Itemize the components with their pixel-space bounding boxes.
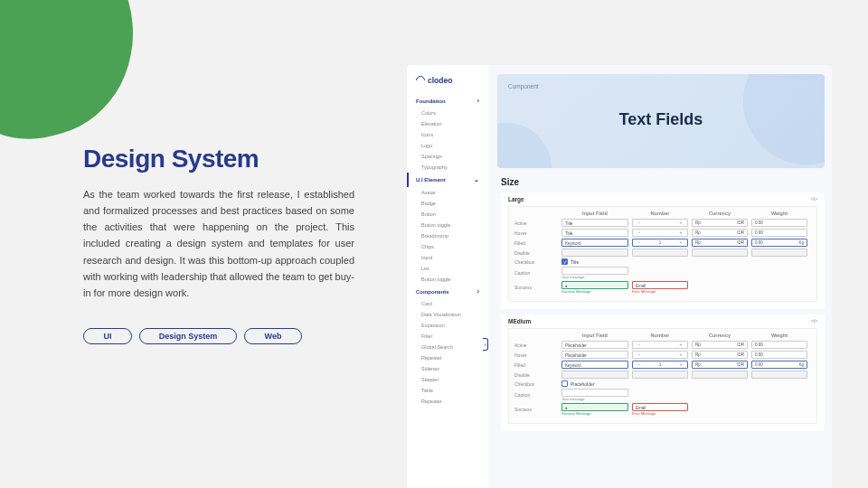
currency-field[interactable]: RpIDR xyxy=(692,361,748,369)
nav-item-typography[interactable]: Typography xyxy=(407,162,488,173)
nav-item-chips[interactable]: Chips xyxy=(407,241,488,252)
nav-item-card[interactable]: Card xyxy=(407,298,488,309)
state-label: Checkbox xyxy=(514,259,558,265)
input-field-error[interactable]: Email xyxy=(632,403,688,411)
input-field[interactable]: Keyword xyxy=(561,239,628,247)
weight-field xyxy=(751,371,807,379)
number-field[interactable]: −+ xyxy=(632,229,688,237)
state-label: Success xyxy=(514,285,558,290)
input-field[interactable]: Keyword xyxy=(561,361,628,369)
row-caption: Caption Your message xyxy=(514,389,811,401)
currency-field[interactable]: RpIDR xyxy=(692,219,748,227)
minus-icon[interactable]: − xyxy=(636,220,643,226)
nav-item-elevation[interactable]: Elevation xyxy=(407,118,488,129)
number-field[interactable]: −+ xyxy=(632,351,688,359)
nav-item-table[interactable]: Table xyxy=(407,385,488,396)
row-caption: Caption Your message xyxy=(514,267,811,279)
currency-field[interactable]: RpIDR xyxy=(692,351,748,359)
nav-item-button-toggle-2[interactable]: Button toggle xyxy=(407,274,488,285)
nav-item-stepper[interactable]: Stepper xyxy=(407,374,488,385)
col-input: Input Field xyxy=(561,211,628,216)
row-active: Active Title −+ RpIDR 0.00 xyxy=(514,219,811,227)
nav-label: Foundation xyxy=(416,99,446,104)
checkbox-field[interactable]: Placeholder xyxy=(561,380,628,387)
col-weight: Weight xyxy=(751,211,807,216)
tag-row: UI Design System Web xyxy=(83,328,354,344)
number-field[interactable]: −+ xyxy=(632,341,688,349)
nav-section-components[interactable]: Components › xyxy=(407,285,488,298)
brand-logo[interactable]: clodeo xyxy=(407,70,488,94)
tag-ui[interactable]: UI xyxy=(83,328,132,344)
input-field-success[interactable]: ● xyxy=(561,403,628,411)
page-title: Design System xyxy=(83,145,354,174)
collapse-sidebar-button[interactable]: › xyxy=(483,338,488,351)
input-field[interactable]: Placeholder xyxy=(561,351,628,359)
nav-item-logo[interactable]: Logo xyxy=(407,140,488,151)
nav-item-dataviz[interactable]: Data Visualization xyxy=(407,309,488,320)
number-field[interactable]: −+ xyxy=(632,219,688,227)
col-weight: Weight xyxy=(751,333,807,338)
code-icon[interactable]: </> xyxy=(811,318,817,324)
left-panel: Design System As the team worked towards… xyxy=(83,145,354,344)
grid-header: Input Field Number Currency Weight xyxy=(514,211,811,216)
nav-item-expansion[interactable]: Expansion xyxy=(407,320,488,331)
number-field[interactable]: −1+ xyxy=(632,361,688,369)
tag-web[interactable]: Web xyxy=(244,328,302,344)
tag-design-system[interactable]: Design System xyxy=(139,328,237,344)
state-label: Success xyxy=(514,407,558,412)
weight-field[interactable]: 0.00 xyxy=(751,219,807,227)
checkbox-field[interactable]: ✓Title xyxy=(561,258,628,265)
success-caption: Success Message xyxy=(561,289,628,294)
state-label: Filled xyxy=(514,240,558,246)
currency-field[interactable]: RpIDR xyxy=(692,239,748,247)
nav-item-breadcrump[interactable]: Breadcrump xyxy=(407,230,488,241)
row-hover: Hover Title −+ RpIDR 0.00 xyxy=(514,229,811,237)
weight-field[interactable]: 0.00Kg xyxy=(751,239,807,247)
nav-item-icons[interactable]: Icons xyxy=(407,129,488,140)
checkbox-icon[interactable] xyxy=(561,380,568,387)
content-section-title: Size xyxy=(501,177,825,187)
nav-item-badge[interactable]: Badge xyxy=(407,198,488,209)
nav-item-repeater-2[interactable]: Repeater xyxy=(407,396,488,407)
nav-section-ui-element[interactable]: U.I Element ⌄ xyxy=(407,173,488,187)
nav-item-filter[interactable]: Filter xyxy=(407,331,488,342)
input-field[interactable]: Title xyxy=(561,229,628,237)
plus-icon[interactable]: + xyxy=(677,220,684,226)
input-field-success[interactable]: ● xyxy=(561,281,628,289)
nav-item-colors[interactable]: Colors xyxy=(407,108,488,118)
error-caption: Error Message xyxy=(632,289,688,294)
state-label: Caption xyxy=(514,270,558,276)
nav-item-sidenav[interactable]: Sidenav xyxy=(407,363,488,374)
nav-item-button[interactable]: Button xyxy=(407,209,488,220)
input-field[interactable] xyxy=(561,267,628,275)
nav-item-avatar[interactable]: Avatar xyxy=(407,187,488,198)
col-input: Input Field xyxy=(561,333,628,338)
input-field[interactable] xyxy=(561,389,628,397)
nav-item-spacings[interactable]: Spacings xyxy=(407,151,488,162)
nav-item-list[interactable]: List xyxy=(407,263,488,274)
nav-section-foundation[interactable]: Foundation › xyxy=(407,94,488,108)
checkbox-icon[interactable]: ✓ xyxy=(561,258,568,265)
nav-item-input[interactable]: Input xyxy=(407,252,488,263)
input-field[interactable]: Title xyxy=(561,219,628,227)
state-label: Hover xyxy=(514,230,558,236)
state-label: Hover xyxy=(514,352,558,358)
input-field-error[interactable]: Email xyxy=(632,281,688,289)
currency-field[interactable]: RpIDR xyxy=(692,229,748,237)
nav-item-global-search[interactable]: Global Search xyxy=(407,342,488,352)
weight-field[interactable]: 0.00Kg xyxy=(751,361,807,369)
nav-item-button-toggle[interactable]: Button toggle xyxy=(407,220,488,230)
nav-item-repeater[interactable]: Repeater xyxy=(407,352,488,363)
input-field[interactable]: Placeholder xyxy=(561,341,628,349)
weight-field[interactable]: 0.00 xyxy=(751,341,807,349)
number-field[interactable]: −1+ xyxy=(632,239,688,247)
app-sidebar: clodeo Foundation › Colors Elevation Ico… xyxy=(407,65,488,488)
state-label: Disable xyxy=(514,250,558,256)
weight-field[interactable]: 0.00 xyxy=(751,351,807,359)
caption-text: Your message xyxy=(561,275,628,279)
currency-field[interactable]: RpIDR xyxy=(692,341,748,349)
row-filled: Filled Keyword −1+ RpIDR 0.00Kg xyxy=(514,361,811,369)
chevron-down-icon: ⌄ xyxy=(474,176,479,183)
weight-field[interactable]: 0.00 xyxy=(751,229,807,237)
code-icon[interactable]: </> xyxy=(811,196,817,202)
